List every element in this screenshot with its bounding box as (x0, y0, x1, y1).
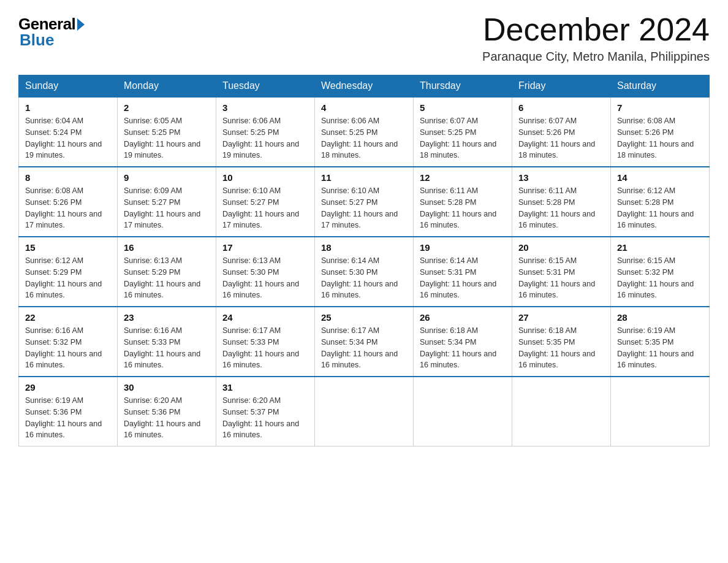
day-number: 27 (518, 312, 604, 323)
day-info: Sunrise: 6:11 AMSunset: 5:28 PMDaylight:… (518, 186, 595, 229)
day-number: 16 (124, 242, 210, 253)
col-header-sunday: Sunday (19, 75, 118, 98)
day-number: 21 (617, 242, 703, 253)
calendar-cell: 4 Sunrise: 6:06 AMSunset: 5:25 PMDayligh… (315, 97, 414, 167)
calendar-cell: 30 Sunrise: 6:20 AMSunset: 5:36 PMDaylig… (118, 377, 216, 446)
col-header-wednesday: Wednesday (315, 75, 414, 98)
day-number: 25 (321, 312, 407, 323)
day-info: Sunrise: 6:16 AMSunset: 5:33 PMDaylight:… (124, 326, 200, 369)
calendar-cell: 26 Sunrise: 6:18 AMSunset: 5:34 PMDaylig… (414, 307, 512, 377)
calendar-cell: 17 Sunrise: 6:13 AMSunset: 5:30 PMDaylig… (216, 237, 315, 307)
col-header-friday: Friday (512, 75, 611, 98)
day-number: 11 (321, 172, 407, 183)
calendar-cell: 6 Sunrise: 6:07 AMSunset: 5:26 PMDayligh… (512, 97, 611, 167)
logo-blue-text: Blue (20, 31, 54, 50)
calendar-cell: 21 Sunrise: 6:15 AMSunset: 5:32 PMDaylig… (611, 237, 710, 307)
day-info: Sunrise: 6:11 AMSunset: 5:28 PMDaylight:… (420, 186, 496, 229)
day-number: 15 (25, 242, 111, 253)
day-number: 1 (25, 102, 111, 113)
day-number: 20 (518, 242, 604, 253)
day-info: Sunrise: 6:07 AMSunset: 5:26 PMDaylight:… (518, 117, 595, 159)
calendar-cell: 12 Sunrise: 6:11 AMSunset: 5:28 PMDaylig… (414, 167, 512, 237)
day-info: Sunrise: 6:05 AMSunset: 5:25 PMDaylight:… (124, 117, 200, 159)
col-header-saturday: Saturday (611, 75, 710, 98)
calendar-cell: 28 Sunrise: 6:19 AMSunset: 5:35 PMDaylig… (611, 307, 710, 377)
calendar-cell: 24 Sunrise: 6:17 AMSunset: 5:33 PMDaylig… (216, 307, 315, 377)
day-number: 12 (420, 172, 506, 183)
col-header-thursday: Thursday (414, 75, 512, 98)
day-info: Sunrise: 6:15 AMSunset: 5:31 PMDaylight:… (518, 256, 595, 299)
calendar-cell (512, 377, 611, 446)
day-number: 19 (420, 242, 506, 253)
col-header-monday: Monday (118, 75, 216, 98)
day-info: Sunrise: 6:09 AMSunset: 5:27 PMDaylight:… (124, 186, 200, 229)
day-number: 14 (617, 172, 703, 183)
day-number: 17 (222, 242, 308, 253)
day-info: Sunrise: 6:13 AMSunset: 5:29 PMDaylight:… (124, 256, 200, 299)
calendar-header-row: SundayMondayTuesdayWednesdayThursdayFrid… (19, 75, 710, 98)
day-info: Sunrise: 6:19 AMSunset: 5:36 PMDaylight:… (25, 396, 102, 439)
day-number: 5 (420, 102, 506, 113)
day-number: 28 (617, 312, 703, 323)
calendar-cell: 23 Sunrise: 6:16 AMSunset: 5:33 PMDaylig… (118, 307, 216, 377)
calendar-cell: 7 Sunrise: 6:08 AMSunset: 5:26 PMDayligh… (611, 97, 710, 167)
calendar-cell: 27 Sunrise: 6:18 AMSunset: 5:35 PMDaylig… (512, 307, 611, 377)
calendar-cell: 25 Sunrise: 6:17 AMSunset: 5:34 PMDaylig… (315, 307, 414, 377)
calendar-cell: 11 Sunrise: 6:10 AMSunset: 5:27 PMDaylig… (315, 167, 414, 237)
day-number: 6 (518, 102, 604, 113)
day-info: Sunrise: 6:15 AMSunset: 5:32 PMDaylight:… (617, 256, 694, 299)
calendar-week-row: 29 Sunrise: 6:19 AMSunset: 5:36 PMDaylig… (19, 377, 710, 446)
day-info: Sunrise: 6:17 AMSunset: 5:33 PMDaylight:… (222, 326, 299, 369)
calendar-cell: 13 Sunrise: 6:11 AMSunset: 5:28 PMDaylig… (512, 167, 611, 237)
calendar-cell: 31 Sunrise: 6:20 AMSunset: 5:37 PMDaylig… (216, 377, 315, 446)
day-info: Sunrise: 6:10 AMSunset: 5:27 PMDaylight:… (222, 186, 299, 229)
day-info: Sunrise: 6:14 AMSunset: 5:31 PMDaylight:… (420, 256, 496, 299)
calendar-week-row: 22 Sunrise: 6:16 AMSunset: 5:32 PMDaylig… (19, 307, 710, 377)
day-number: 30 (124, 382, 210, 393)
calendar-cell: 16 Sunrise: 6:13 AMSunset: 5:29 PMDaylig… (118, 237, 216, 307)
day-info: Sunrise: 6:12 AMSunset: 5:29 PMDaylight:… (25, 256, 102, 299)
day-info: Sunrise: 6:04 AMSunset: 5:24 PMDaylight:… (25, 117, 102, 159)
day-info: Sunrise: 6:16 AMSunset: 5:32 PMDaylight:… (25, 326, 102, 369)
calendar-table: SundayMondayTuesdayWednesdayThursdayFrid… (18, 75, 710, 446)
calendar-cell: 22 Sunrise: 6:16 AMSunset: 5:32 PMDaylig… (19, 307, 118, 377)
day-info: Sunrise: 6:14 AMSunset: 5:30 PMDaylight:… (321, 256, 398, 299)
calendar-cell: 14 Sunrise: 6:12 AMSunset: 5:28 PMDaylig… (611, 167, 710, 237)
title-area: December 2024 Paranaque City, Metro Mani… (482, 12, 710, 64)
calendar-cell: 20 Sunrise: 6:15 AMSunset: 5:31 PMDaylig… (512, 237, 611, 307)
day-number: 10 (222, 172, 308, 183)
page-header: General Blue December 2024 Paranaque Cit… (18, 12, 710, 64)
day-info: Sunrise: 6:19 AMSunset: 5:35 PMDaylight:… (617, 326, 694, 369)
col-header-tuesday: Tuesday (216, 75, 315, 98)
calendar-cell: 9 Sunrise: 6:09 AMSunset: 5:27 PMDayligh… (118, 167, 216, 237)
location-subtitle: Paranaque City, Metro Manila, Philippine… (482, 50, 710, 64)
calendar-cell (414, 377, 512, 446)
day-info: Sunrise: 6:18 AMSunset: 5:35 PMDaylight:… (518, 326, 595, 369)
day-number: 22 (25, 312, 111, 323)
day-info: Sunrise: 6:10 AMSunset: 5:27 PMDaylight:… (321, 186, 398, 229)
calendar-cell (315, 377, 414, 446)
calendar-cell: 2 Sunrise: 6:05 AMSunset: 5:25 PMDayligh… (118, 97, 216, 167)
day-info: Sunrise: 6:06 AMSunset: 5:25 PMDaylight:… (321, 117, 398, 159)
day-number: 13 (518, 172, 604, 183)
day-info: Sunrise: 6:07 AMSunset: 5:25 PMDaylight:… (420, 117, 496, 159)
day-number: 8 (25, 172, 111, 183)
day-number: 3 (222, 102, 308, 113)
day-info: Sunrise: 6:08 AMSunset: 5:26 PMDaylight:… (25, 186, 102, 229)
day-number: 18 (321, 242, 407, 253)
logo-general-text: General (18, 16, 75, 32)
day-info: Sunrise: 6:06 AMSunset: 5:25 PMDaylight:… (222, 117, 299, 159)
day-number: 9 (124, 172, 210, 183)
day-number: 4 (321, 102, 407, 113)
month-year-title: December 2024 (482, 12, 710, 47)
day-number: 29 (25, 382, 111, 393)
calendar-cell: 18 Sunrise: 6:14 AMSunset: 5:30 PMDaylig… (315, 237, 414, 307)
day-number: 2 (124, 102, 210, 113)
day-info: Sunrise: 6:08 AMSunset: 5:26 PMDaylight:… (617, 117, 694, 159)
calendar-week-row: 15 Sunrise: 6:12 AMSunset: 5:29 PMDaylig… (19, 237, 710, 307)
day-info: Sunrise: 6:20 AMSunset: 5:37 PMDaylight:… (222, 396, 299, 439)
day-number: 24 (222, 312, 308, 323)
calendar-cell: 1 Sunrise: 6:04 AMSunset: 5:24 PMDayligh… (19, 97, 118, 167)
calendar-cell: 15 Sunrise: 6:12 AMSunset: 5:29 PMDaylig… (19, 237, 118, 307)
calendar-cell: 8 Sunrise: 6:08 AMSunset: 5:26 PMDayligh… (19, 167, 118, 237)
